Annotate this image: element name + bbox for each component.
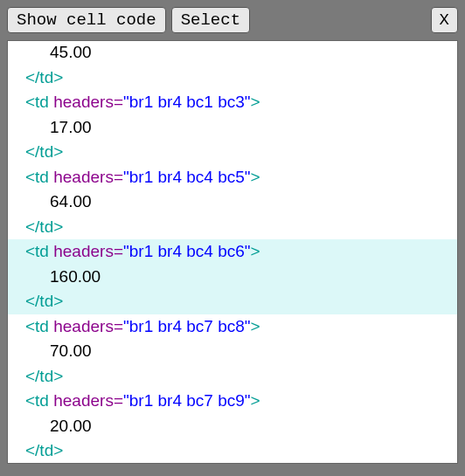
attr-name: headers= <box>53 391 123 410</box>
code-line[interactable]: <td headers="br1 br4 bc10"> <box>8 464 457 465</box>
code-line[interactable]: </td> <box>8 289 457 314</box>
open-tag: <td <box>25 242 53 260</box>
open-tag: <td <box>25 93 53 111</box>
code-text: 70.00 <box>50 341 92 360</box>
attr-name: headers= <box>53 93 123 111</box>
close-tag: </td> <box>25 441 63 459</box>
tag-close-bracket: > <box>251 93 260 111</box>
code-line[interactable]: 17.00 <box>8 115 457 141</box>
code-text: 20.00 <box>50 417 92 435</box>
open-tag: <td <box>25 391 53 410</box>
code-text: 17.00 <box>50 118 92 136</box>
open-tag: <td <box>25 168 53 186</box>
close-button[interactable]: X <box>431 7 458 33</box>
attr-value: "br1 br4 bc4 bc6" <box>123 242 251 260</box>
code-line[interactable]: 45.00 <box>8 40 457 66</box>
code-line[interactable]: 160.00 <box>8 265 457 290</box>
close-tag: </td> <box>25 217 63 236</box>
close-tag: </td> <box>25 68 63 86</box>
code-line[interactable]: </td> <box>8 215 457 240</box>
attr-name: headers= <box>53 317 123 335</box>
close-tag: </td> <box>25 142 63 161</box>
code-line[interactable]: 64.00 <box>8 190 457 215</box>
code-line[interactable]: <td headers="br1 br4 bc4 bc5"> <box>8 165 457 190</box>
code-line[interactable]: </td> <box>8 140 457 165</box>
tag-close-bracket: > <box>251 391 260 410</box>
code-line[interactable]: </td> <box>8 66 457 91</box>
code-text: 160.00 <box>50 267 101 286</box>
close-tag: </td> <box>25 292 63 310</box>
code-line[interactable]: </td> <box>8 438 457 464</box>
tag-close-bracket: > <box>251 168 260 186</box>
code-text: 45.00 <box>50 43 92 61</box>
code-line[interactable]: 70.00 <box>8 339 457 364</box>
code-view[interactable]: 45.00</td><td headers="br1 br4 bc1 bc3">… <box>7 40 458 464</box>
attr-name: headers= <box>53 242 123 260</box>
open-tag: <td <box>25 317 53 335</box>
tag-close-bracket: > <box>251 317 260 335</box>
close-tag: </td> <box>25 367 63 385</box>
code-text: 64.00 <box>50 192 92 210</box>
code-line[interactable]: <td headers="br1 br4 bc4 bc6"> <box>8 239 457 265</box>
toolbar: Show cell code Select X <box>7 7 458 33</box>
tag-close-bracket: > <box>251 242 260 260</box>
attr-value: "br1 br4 bc1 bc3" <box>123 93 251 111</box>
attr-value: "br1 br4 bc7 bc9" <box>123 391 251 410</box>
attr-name: headers= <box>53 168 123 186</box>
code-line[interactable]: 20.00 <box>8 414 457 439</box>
attr-value: "br1 br4 bc4 bc5" <box>123 168 251 186</box>
attr-value: "br1 br4 bc7 bc8" <box>123 317 251 335</box>
dialog-frame: Show cell code Select X 45.00</td><td he… <box>0 0 465 476</box>
code-line[interactable]: <td headers="br1 br4 bc7 bc9"> <box>8 389 457 414</box>
code-line[interactable]: </td> <box>8 364 457 390</box>
code-line[interactable]: <td headers="br1 br4 bc1 bc3"> <box>8 90 457 115</box>
show-cell-code-button[interactable]: Show cell code <box>7 7 166 33</box>
select-button[interactable]: Select <box>171 7 250 33</box>
code-line[interactable]: <td headers="br1 br4 bc7 bc8"> <box>8 314 457 340</box>
